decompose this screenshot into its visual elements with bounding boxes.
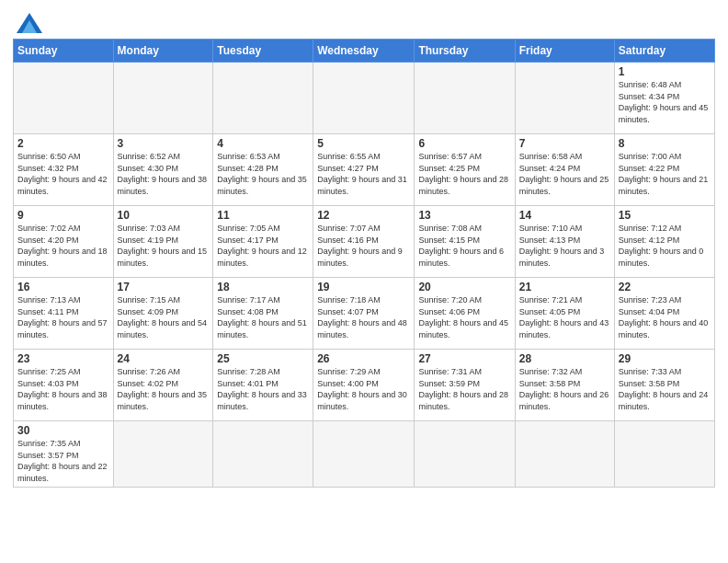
day-number: 1 [619,65,711,78]
calendar-day-cell: 11Sunrise: 7:05 AM Sunset: 4:17 PM Dayli… [213,206,313,278]
calendar-day-cell [213,421,313,488]
day-info: Sunrise: 7:07 AM Sunset: 4:16 PM Dayligh… [317,223,410,269]
calendar-day-cell: 1Sunrise: 6:48 AM Sunset: 4:34 PM Daylig… [614,63,714,134]
day-number: 18 [217,281,309,293]
day-number: 26 [317,352,410,365]
day-number: 14 [519,209,610,222]
day-info: Sunrise: 7:10 AM Sunset: 4:13 PM Dayligh… [519,223,610,269]
day-info: Sunrise: 7:25 AM Sunset: 4:03 PM Dayligh… [17,366,109,412]
logo-icon [17,13,42,33]
calendar-day-cell: 29Sunrise: 7:33 AM Sunset: 3:58 PM Dayli… [614,350,714,421]
calendar-day-cell: 15Sunrise: 7:12 AM Sunset: 4:12 PM Dayli… [614,206,714,278]
calendar-day-cell: 22Sunrise: 7:23 AM Sunset: 4:04 PM Dayli… [614,278,714,350]
calendar-day-cell: 28Sunrise: 7:32 AM Sunset: 3:58 PM Dayli… [515,350,614,421]
calendar-day-cell: 7Sunrise: 6:58 AM Sunset: 4:24 PM Daylig… [515,134,614,206]
day-number: 23 [17,352,109,365]
calendar-table: SundayMondayTuesdayWednesdayThursdayFrid… [13,39,715,488]
calendar-day-cell [113,421,213,488]
day-info: Sunrise: 7:13 AM Sunset: 4:11 PM Dayligh… [17,294,109,340]
day-info: Sunrise: 6:48 AM Sunset: 4:34 PM Dayligh… [619,79,711,125]
day-number: 5 [317,137,410,150]
day-number: 8 [619,137,711,150]
calendar-day-cell: 4Sunrise: 6:53 AM Sunset: 4:28 PM Daylig… [213,134,313,206]
calendar-day-cell [213,63,313,134]
day-info: Sunrise: 7:21 AM Sunset: 4:05 PM Dayligh… [519,294,610,340]
calendar-day-cell: 26Sunrise: 7:29 AM Sunset: 4:00 PM Dayli… [313,350,415,421]
day-number: 4 [217,137,309,150]
day-info: Sunrise: 7:23 AM Sunset: 4:04 PM Dayligh… [619,294,711,340]
calendar-day-cell [313,421,415,488]
day-number: 15 [619,209,711,222]
day-number: 2 [17,137,109,150]
day-info: Sunrise: 7:05 AM Sunset: 4:17 PM Dayligh… [217,223,309,269]
weekday-header-tuesday: Tuesday [213,40,313,63]
day-number: 17 [118,281,210,293]
calendar-day-cell: 3Sunrise: 6:52 AM Sunset: 4:30 PM Daylig… [113,134,213,206]
calendar-day-cell: 25Sunrise: 7:28 AM Sunset: 4:01 PM Dayli… [213,350,313,421]
day-info: Sunrise: 7:12 AM Sunset: 4:12 PM Dayligh… [619,223,711,269]
day-info: Sunrise: 7:08 AM Sunset: 4:15 PM Dayligh… [418,223,510,269]
day-number: 19 [317,281,410,293]
calendar-day-cell: 2Sunrise: 6:50 AM Sunset: 4:32 PM Daylig… [14,134,114,206]
day-info: Sunrise: 7:29 AM Sunset: 4:00 PM Dayligh… [317,366,410,412]
calendar-day-cell: 17Sunrise: 7:15 AM Sunset: 4:09 PM Dayli… [113,278,213,350]
calendar-week-row: 23Sunrise: 7:25 AM Sunset: 4:03 PM Dayli… [14,350,715,421]
calendar-day-cell: 18Sunrise: 7:17 AM Sunset: 4:08 PM Dayli… [213,278,313,350]
calendar-day-cell: 23Sunrise: 7:25 AM Sunset: 4:03 PM Dayli… [14,350,114,421]
day-number: 30 [17,424,109,437]
calendar-week-row: 16Sunrise: 7:13 AM Sunset: 4:11 PM Dayli… [14,278,715,350]
weekday-header-wednesday: Wednesday [313,40,415,63]
calendar-day-cell: 30Sunrise: 7:35 AM Sunset: 3:57 PM Dayli… [14,421,114,488]
calendar-day-cell: 21Sunrise: 7:21 AM Sunset: 4:05 PM Dayli… [515,278,614,350]
day-number: 12 [317,209,410,222]
day-info: Sunrise: 7:00 AM Sunset: 4:22 PM Dayligh… [619,151,711,197]
weekday-header-monday: Monday [113,40,213,63]
calendar-day-cell [515,421,614,488]
calendar-day-cell: 5Sunrise: 6:55 AM Sunset: 4:27 PM Daylig… [313,134,415,206]
day-info: Sunrise: 7:33 AM Sunset: 3:58 PM Dayligh… [619,366,711,412]
weekday-header-sunday: Sunday [14,40,114,63]
weekday-header-friday: Friday [515,40,614,63]
calendar-day-cell: 27Sunrise: 7:31 AM Sunset: 3:59 PM Dayli… [415,350,515,421]
calendar-day-cell: 19Sunrise: 7:18 AM Sunset: 4:07 PM Dayli… [313,278,415,350]
calendar-day-cell: 9Sunrise: 7:02 AM Sunset: 4:20 PM Daylig… [14,206,114,278]
calendar-day-cell [313,63,415,134]
calendar-week-row: 9Sunrise: 7:02 AM Sunset: 4:20 PM Daylig… [14,206,715,278]
day-info: Sunrise: 7:18 AM Sunset: 4:07 PM Dayligh… [317,294,410,340]
day-number: 13 [418,209,510,222]
calendar-day-cell [415,421,515,488]
calendar-day-cell: 6Sunrise: 6:57 AM Sunset: 4:25 PM Daylig… [415,134,515,206]
page-header [13,9,715,33]
day-number: 25 [217,352,309,365]
weekday-header-thursday: Thursday [415,40,515,63]
day-info: Sunrise: 6:55 AM Sunset: 4:27 PM Dayligh… [317,151,410,197]
day-number: 3 [118,137,210,150]
calendar-day-cell: 14Sunrise: 7:10 AM Sunset: 4:13 PM Dayli… [515,206,614,278]
day-number: 24 [118,352,210,365]
day-info: Sunrise: 6:50 AM Sunset: 4:32 PM Dayligh… [17,151,109,197]
calendar-day-cell: 13Sunrise: 7:08 AM Sunset: 4:15 PM Dayli… [415,206,515,278]
calendar-day-cell [515,63,614,134]
calendar-day-cell [14,63,114,134]
day-info: Sunrise: 7:02 AM Sunset: 4:20 PM Dayligh… [17,223,109,269]
day-info: Sunrise: 6:57 AM Sunset: 4:25 PM Dayligh… [418,151,510,197]
day-info: Sunrise: 6:58 AM Sunset: 4:24 PM Dayligh… [519,151,610,197]
day-info: Sunrise: 7:26 AM Sunset: 4:02 PM Dayligh… [118,366,210,412]
day-number: 28 [519,352,610,365]
calendar-day-cell: 12Sunrise: 7:07 AM Sunset: 4:16 PM Dayli… [313,206,415,278]
day-number: 27 [418,352,510,365]
calendar-day-cell [113,63,213,134]
day-number: 29 [619,352,711,365]
calendar-day-cell: 16Sunrise: 7:13 AM Sunset: 4:11 PM Dayli… [14,278,114,350]
day-number: 11 [217,209,309,222]
logo [13,13,42,33]
day-info: Sunrise: 7:28 AM Sunset: 4:01 PM Dayligh… [217,366,309,412]
day-number: 7 [519,137,610,150]
day-info: Sunrise: 7:20 AM Sunset: 4:06 PM Dayligh… [418,294,510,340]
logo-area [13,9,42,33]
calendar-week-row: 30Sunrise: 7:35 AM Sunset: 3:57 PM Dayli… [14,421,715,488]
day-info: Sunrise: 7:17 AM Sunset: 4:08 PM Dayligh… [217,294,309,340]
day-number: 6 [418,137,510,150]
calendar-day-cell [614,421,714,488]
day-number: 21 [519,281,610,293]
